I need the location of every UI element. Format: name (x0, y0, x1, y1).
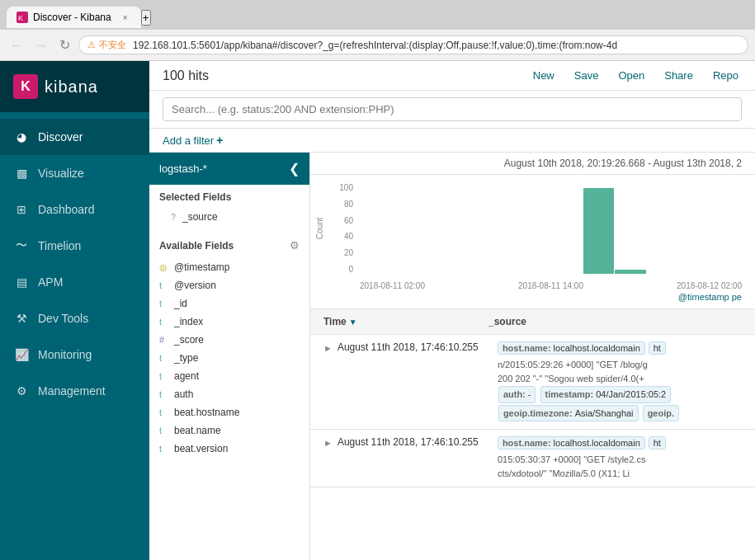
field-item-id[interactable]: t _id (149, 294, 309, 313)
y-label-100: 100 (339, 183, 353, 192)
expand-row-button[interactable]: ► (323, 343, 333, 353)
sidebar-item-discover[interactable]: ◕ Discover (0, 119, 149, 155)
timestamp-tag: timestamp: 04/Jan/2015:05:2 (540, 386, 672, 403)
security-label: 不安全 (99, 39, 126, 51)
col-source-header: _source (488, 316, 742, 327)
field-item-agent[interactable]: t agent (149, 367, 309, 385)
bar-chart-icon: ▩ (13, 165, 30, 181)
hash-icon: # (159, 335, 169, 345)
y-axis-title: Count (315, 218, 324, 240)
x-label-2: 2018-08-11 14:00 (518, 281, 583, 290)
field-name-version: @version (174, 280, 300, 291)
browser-tab[interactable]: K Discover - Kibana × (7, 7, 141, 28)
search-input-wrap[interactable] (163, 97, 742, 121)
share-button[interactable]: Share (661, 68, 696, 83)
field-item-auth[interactable]: t auth (149, 385, 309, 403)
geoip-tag: geoip.timezone: Asia/Shanghai (498, 405, 639, 422)
text-type-icon: t (159, 280, 169, 290)
close-tab-button[interactable]: × (120, 12, 131, 23)
gear-icon[interactable]: ⚙ (290, 239, 300, 252)
source-tag-hostname-2: host.name: localhost.localdomain (498, 436, 645, 449)
sidebar-item-timelion[interactable]: 〜 Timelion (0, 228, 149, 264)
field-name-beat-name: beat.name (174, 425, 300, 436)
source-tag-ht: ht (649, 341, 666, 355)
save-button[interactable]: Save (571, 68, 602, 83)
source-col-label: _source (488, 316, 526, 327)
tag-value: localhost.localdomain (554, 343, 640, 353)
field-item-index[interactable]: t _index (149, 313, 309, 331)
layers-icon: ▤ (13, 274, 30, 290)
kibana-logo-text: kibana (45, 78, 98, 96)
field-item-timestamp[interactable]: ◍ @timestamp (149, 258, 309, 276)
x-label-1: 2018-08-11 02:00 (360, 281, 425, 290)
browser-tab-bar: K Discover - Kibana × + (0, 0, 755, 30)
sidebar-item-apm[interactable]: ▤ APM (0, 264, 149, 300)
y-label-60: 60 (344, 216, 353, 225)
security-icon: ⚠ (87, 40, 96, 50)
address-bar[interactable]: ⚠ 不安全 192.168.101.5:5601/app/kibana#/dis… (78, 35, 748, 54)
new-button[interactable]: New (530, 68, 558, 83)
source-tags-1: host.name: localhost.localdomain ht (498, 341, 742, 355)
field-name-source: _source (182, 211, 290, 223)
field-item-beat-version[interactable]: t beat.version (149, 440, 309, 458)
field-item-version[interactable]: t @version (149, 276, 309, 294)
tag-value: localhost.localdomain (554, 438, 640, 448)
back-button[interactable]: ← (7, 36, 26, 54)
chart-bar (615, 270, 646, 275)
collapse-left-panel-button[interactable]: ❮ (289, 161, 300, 176)
sidebar-item-management[interactable]: ⚙ Management (0, 373, 149, 409)
selected-field-source[interactable]: ? _source (159, 208, 300, 226)
grid-icon: ⊞ (13, 201, 30, 218)
source-cell-1: host.name: localhost.localdomain ht n/20… (498, 341, 742, 422)
new-tab-button[interactable]: + (141, 10, 151, 26)
open-button[interactable]: Open (615, 68, 648, 83)
sidebar-item-apm-label: APM (38, 275, 63, 289)
tag-key: host.name: (503, 343, 551, 353)
sidebar-item-devtools[interactable]: ⚒ Dev Tools (0, 300, 149, 336)
source-tag-ht-2: ht (649, 436, 666, 449)
auth-tag: auth: - (498, 386, 536, 403)
y-label-0: 0 (348, 265, 353, 274)
browser-toolbar: ← → ↻ ⚠ 不安全 192.168.101.5:5601/app/kiban… (0, 30, 755, 61)
sidebar-item-visualize[interactable]: ▩ Visualize (0, 155, 149, 191)
sidebar-item-monitoring[interactable]: 📈 Monitoring (0, 336, 149, 373)
text-type-icon: t (159, 317, 169, 327)
text-type-icon: t (159, 389, 169, 399)
hits-count: 100 hits (163, 68, 209, 83)
text-type-icon: t (159, 407, 169, 417)
time-value-2: August 11th 2018, 17:46:10.255 (337, 436, 479, 448)
search-bar (149, 91, 755, 129)
sidebar-item-dashboard[interactable]: ⊞ Dashboard (0, 191, 149, 228)
timestamp-link[interactable]: @timestamp pe (323, 290, 742, 304)
time-range-text: August 10th 2018, 20:19:26.668 - August … (504, 158, 742, 169)
geoip-tag2: geoip. (643, 405, 679, 422)
field-name-agent: agent (174, 370, 300, 382)
col-time-header[interactable]: Time ▼ (323, 316, 488, 327)
field-name-score: _score (174, 334, 300, 346)
field-name-type: _type (174, 352, 300, 364)
field-item-type[interactable]: t _type (149, 349, 309, 367)
available-fields-label: Available Fields (159, 240, 234, 252)
repo-button[interactable]: Repo (710, 68, 742, 83)
text-type-icon: t (159, 426, 169, 435)
source-text-1: n/2015:05:29:26 +0000] "GET /blog/g 200 … (498, 358, 742, 422)
forward-button[interactable]: → (31, 36, 51, 54)
sidebar-item-discover-label: Discover (38, 130, 83, 144)
content-area: logstash-* ❮ Selected Fields ? _source A… (149, 153, 755, 560)
time-col-label: Time (323, 316, 347, 327)
field-item-score[interactable]: # _score (149, 331, 309, 349)
search-input[interactable] (172, 103, 733, 115)
refresh-button[interactable]: ↻ (56, 35, 73, 54)
settings-icon: ⚙ (13, 383, 30, 399)
field-item-beat-hostname[interactable]: t beat.hostname (149, 403, 309, 421)
right-panel: August 10th 2018, 20:19:26.668 - August … (310, 153, 755, 560)
selected-fields-section: Selected Fields ? _source (149, 185, 309, 233)
add-filter-link[interactable]: Add a filter + (163, 134, 223, 147)
table-area: Time ▼ _source ► August 11th 2018, 17:46… (310, 309, 755, 560)
time-cell-2: August 11th 2018, 17:46:10.255 (337, 436, 498, 448)
expand-row-button[interactable]: ► (323, 438, 333, 448)
kibana-logo-icon: K (13, 74, 38, 99)
sidebar-item-timelion-label: Timelion (38, 239, 81, 252)
field-item-beat-name[interactable]: t beat.name (149, 421, 309, 440)
app-container: K kibana ◕ Discover ▩ Visualize ⊞ Dashbo… (0, 61, 755, 560)
